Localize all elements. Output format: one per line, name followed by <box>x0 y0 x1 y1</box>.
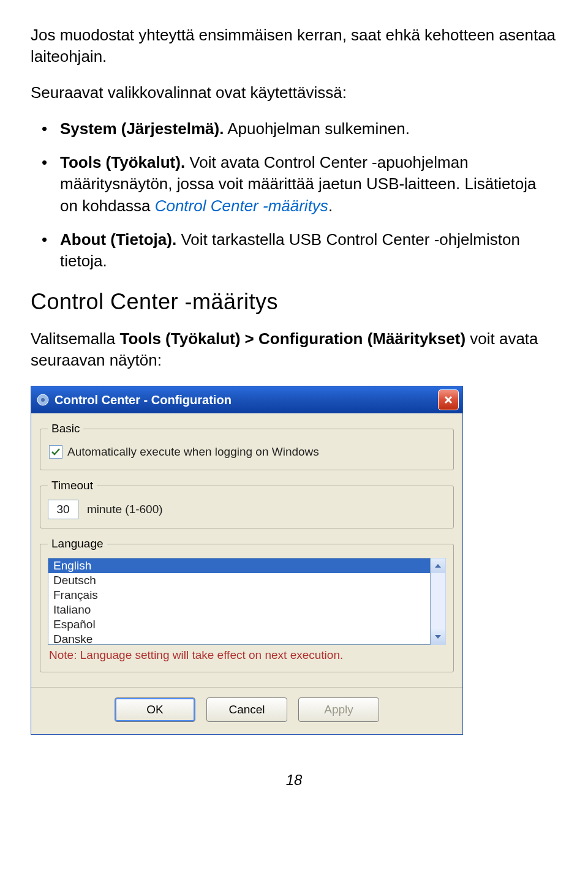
intro-paragraph-2: Seuraavat valikkovalinnat ovat käytettäv… <box>31 82 557 103</box>
app-icon <box>36 393 50 407</box>
configuration-dialog: Control Center - Configuration Basic Aut… <box>31 386 463 735</box>
svg-marker-4 <box>435 564 441 568</box>
bullet-tools-link[interactable]: Control Center -määritys <box>155 197 328 215</box>
ok-button[interactable]: OK <box>115 697 195 722</box>
open-config-pre: Valitsemalla <box>31 329 119 348</box>
section-heading: Control Center -määritys <box>31 289 557 315</box>
timeout-legend: Timeout <box>48 479 97 492</box>
language-option[interactable]: English <box>48 558 430 573</box>
cancel-button[interactable]: Cancel <box>206 697 287 722</box>
svg-point-1 <box>41 398 45 402</box>
language-option[interactable]: Deutsch <box>48 573 430 588</box>
intro-paragraph-1: Jos muodostat yhteyttä ensimmäisen kerra… <box>31 24 557 67</box>
auto-exec-checkbox[interactable] <box>49 445 62 459</box>
bullet-about: About (Tietoja). Voit tarkastella USB Co… <box>31 229 557 272</box>
bullet-tools-title: Tools (Työkalut). <box>60 153 185 171</box>
language-option[interactable]: Danske <box>48 632 430 645</box>
page-number: 18 <box>31 772 557 789</box>
language-option[interactable]: Français <box>48 588 430 603</box>
language-option[interactable]: Italiano <box>48 603 430 617</box>
scroll-down-button[interactable] <box>431 629 445 644</box>
open-config-bold: Tools (Työkalut) > Configuration (Määrit… <box>119 329 466 348</box>
dialog-titlebar: Control Center - Configuration <box>31 386 462 413</box>
language-listbox-wrap: English Deutsch Français Italiano Españo… <box>48 558 446 645</box>
bullet-system: System (Järjestelmä). Apuohjelman sulkem… <box>31 118 557 140</box>
close-icon <box>443 395 453 405</box>
bullet-system-title: System (Järjestelmä). <box>60 119 224 138</box>
open-config-paragraph: Valitsemalla Tools (Työkalut) > Configur… <box>31 328 557 371</box>
dialog-body: Basic Automatically execute when logging… <box>31 413 462 687</box>
timeout-group: Timeout 30 minute (1-600) <box>40 479 454 528</box>
dialog-title: Control Center - Configuration <box>55 393 438 407</box>
auto-exec-label: Automatically execute when logging on Wi… <box>67 445 319 459</box>
check-icon <box>51 447 61 457</box>
language-listbox[interactable]: English Deutsch Français Italiano Españo… <box>48 558 431 645</box>
language-scrollbar[interactable] <box>431 558 446 645</box>
svg-marker-5 <box>435 635 441 639</box>
timeout-row: 30 minute (1-600) <box>48 500 446 519</box>
scroll-up-button[interactable] <box>431 558 445 573</box>
basic-group: Basic Automatically execute when logging… <box>40 422 454 470</box>
language-legend: Language <box>48 537 107 550</box>
bullet-about-title: About (Tietoja). <box>60 230 176 249</box>
close-button[interactable] <box>438 389 459 410</box>
apply-button[interactable]: Apply <box>298 697 379 722</box>
language-group: Language English Deutsch Français Italia… <box>40 537 454 672</box>
chevron-down-icon <box>434 633 442 641</box>
language-note: Note: Language setting will take effect … <box>48 645 446 663</box>
language-option[interactable]: Español <box>48 617 430 632</box>
bullet-tools-end: . <box>328 197 333 215</box>
chevron-up-icon <box>434 562 442 569</box>
bullet-list: System (Järjestelmä). Apuohjelman sulkem… <box>31 118 557 272</box>
bullet-system-text: Apuohjelman sulkeminen. <box>224 119 410 138</box>
auto-exec-row[interactable]: Automatically execute when logging on Wi… <box>48 443 446 461</box>
basic-legend: Basic <box>48 422 83 435</box>
dialog-button-row: OK Cancel Apply <box>31 687 462 734</box>
bullet-tools: Tools (Työkalut). Voit avata Control Cen… <box>31 152 557 216</box>
timeout-input[interactable]: 30 <box>48 500 78 519</box>
timeout-unit-label: minute (1-600) <box>87 503 163 516</box>
